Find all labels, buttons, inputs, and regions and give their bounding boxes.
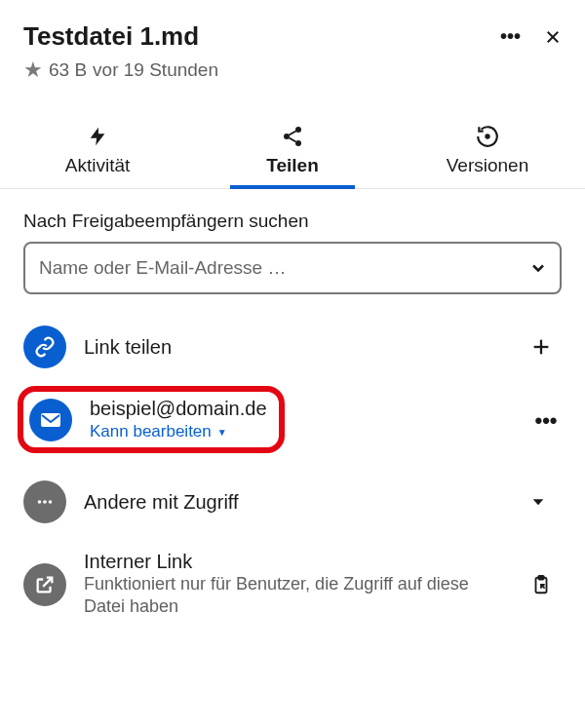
mail-icon bbox=[29, 399, 72, 441]
dropdown-triangle-icon: ▼ bbox=[217, 427, 227, 438]
file-timeago: vor 19 Stunden bbox=[93, 59, 218, 81]
search-input[interactable] bbox=[23, 242, 562, 294]
tabs: Aktivität Teilen Versionen bbox=[0, 110, 585, 189]
bolt-icon bbox=[87, 124, 108, 149]
share-user-email: beispiel@domain.de bbox=[90, 398, 267, 420]
internal-link-title: Interner Link bbox=[84, 551, 513, 573]
row-internal-link[interactable]: Interner Link Funktioniert nur für Benut… bbox=[23, 537, 562, 632]
row-link-share[interactable]: Link teilen bbox=[23, 312, 562, 382]
tab-activity-label: Aktivität bbox=[65, 155, 131, 175]
history-icon bbox=[475, 124, 500, 149]
file-meta: ★ 63 B vor 19 Stunden bbox=[23, 57, 500, 83]
link-icon bbox=[23, 326, 66, 368]
share-entry-more-button[interactable]: ••• bbox=[530, 408, 562, 434]
permission-dropdown[interactable]: Kann bearbeiten ▼ bbox=[90, 422, 267, 441]
more-horizontal-icon bbox=[23, 480, 66, 523]
svg-point-3 bbox=[284, 134, 290, 139]
file-size: 63 B bbox=[49, 59, 87, 81]
permission-label: Kann bearbeiten bbox=[90, 422, 212, 441]
plus-icon bbox=[530, 336, 552, 358]
add-link-button[interactable] bbox=[530, 336, 562, 358]
search-field-wrap bbox=[23, 242, 562, 294]
clipboard-icon bbox=[530, 574, 552, 595]
tab-versions[interactable]: Versionen bbox=[390, 110, 585, 188]
tab-share[interactable]: Teilen bbox=[195, 110, 390, 188]
svg-line-6 bbox=[290, 138, 296, 142]
tab-versions-label: Versionen bbox=[447, 155, 529, 175]
svg-point-12 bbox=[49, 500, 53, 504]
tab-activity[interactable]: Aktivität bbox=[0, 110, 195, 188]
page-title: Testdatei 1.md bbox=[23, 21, 500, 52]
close-icon bbox=[544, 28, 562, 46]
svg-point-10 bbox=[38, 500, 42, 504]
link-share-label: Link teilen bbox=[84, 336, 513, 359]
close-button[interactable] bbox=[544, 28, 562, 46]
svg-point-11 bbox=[43, 500, 47, 504]
tab-share-label: Teilen bbox=[266, 155, 319, 175]
others-access-label: Andere mit Zugriff bbox=[84, 491, 513, 514]
copy-internal-link-button[interactable] bbox=[530, 574, 562, 595]
internal-link-desc: Funktioniert nur für Benutzer, die Zugri… bbox=[84, 573, 513, 619]
row-others-access[interactable]: Andere mit Zugriff bbox=[23, 467, 562, 537]
highlighted-share-entry: beispiel@domain.de Kann bearbeiten ▼ bbox=[18, 386, 285, 453]
external-link-icon bbox=[23, 563, 66, 606]
svg-rect-15 bbox=[538, 576, 544, 580]
svg-point-4 bbox=[295, 140, 301, 146]
search-label: Nach Freigabeempfängern suchen bbox=[23, 211, 562, 232]
svg-point-2 bbox=[295, 127, 301, 133]
share-icon bbox=[281, 124, 304, 149]
caret-down-icon bbox=[530, 494, 546, 510]
svg-marker-13 bbox=[533, 499, 544, 505]
star-icon[interactable]: ★ bbox=[23, 57, 43, 83]
more-button[interactable]: ••• bbox=[500, 25, 521, 48]
svg-point-7 bbox=[486, 134, 488, 137]
svg-line-5 bbox=[290, 132, 296, 135]
expand-others-button[interactable] bbox=[530, 494, 562, 510]
